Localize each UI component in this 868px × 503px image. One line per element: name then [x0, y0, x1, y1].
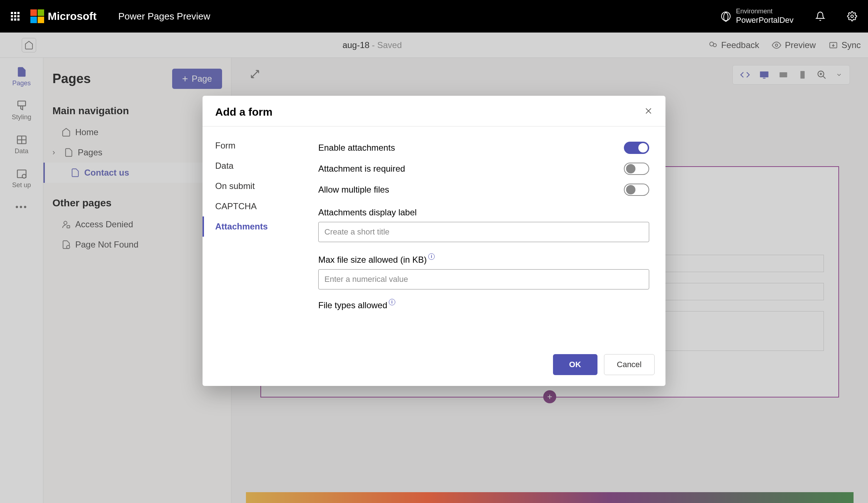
enable-attachments-label: Enable attachments: [318, 143, 395, 153]
app-launcher-icon[interactable]: [11, 12, 20, 21]
microsoft-logo[interactable]: Microsoft: [30, 9, 97, 23]
file-types-label: File types allowed: [318, 300, 387, 310]
top-header: Microsoft Power Pages Preview Environmen…: [0, 0, 868, 33]
enable-attachments-toggle[interactable]: [624, 142, 649, 154]
settings-icon[interactable]: [847, 11, 857, 21]
environment-name: PowerPortalDev: [736, 16, 793, 25]
allow-multiple-toggle[interactable]: [624, 184, 649, 196]
attachment-required-label: Attachment is required: [318, 164, 405, 174]
environment-picker[interactable]: Environment PowerPortalDev: [721, 8, 793, 25]
max-file-size-input[interactable]: [318, 269, 649, 289]
add-form-modal: Add a form Form Data On submit CAPTCHA A…: [203, 96, 665, 386]
modal-content: Enable attachments Attachment is require…: [311, 126, 665, 347]
display-label-input[interactable]: [318, 222, 649, 242]
product-name: Power Pages Preview: [118, 11, 210, 22]
microsoft-squares-icon: [30, 9, 44, 23]
attachment-required-toggle[interactable]: [624, 163, 649, 175]
info-icon[interactable]: i: [389, 299, 395, 305]
close-icon: [644, 107, 653, 115]
close-button[interactable]: [644, 106, 653, 118]
svg-point-0: [851, 15, 854, 18]
modal-nav-captcha[interactable]: CAPTCHA: [203, 196, 311, 216]
max-file-size-label: Max file size allowed (in KB): [318, 255, 427, 265]
modal-nav-on-submit[interactable]: On submit: [203, 176, 311, 196]
info-icon[interactable]: i: [428, 253, 435, 260]
display-label-label: Attachments display label: [318, 207, 649, 218]
microsoft-text: Microsoft: [48, 10, 97, 22]
cancel-button[interactable]: Cancel: [604, 354, 655, 375]
modal-nav: Form Data On submit CAPTCHA Attachments: [203, 126, 311, 347]
notifications-icon[interactable]: [815, 11, 825, 21]
modal-footer: OK Cancel: [203, 347, 665, 386]
environment-label: Environment: [736, 8, 793, 16]
modal-header: Add a form: [203, 96, 665, 126]
allow-multiple-label: Allow multiple files: [318, 185, 389, 195]
modal-nav-data[interactable]: Data: [203, 156, 311, 176]
modal-title: Add a form: [215, 106, 272, 118]
modal-nav-form[interactable]: Form: [203, 136, 311, 156]
globe-icon: [721, 12, 731, 21]
modal-nav-attachments[interactable]: Attachments: [203, 216, 311, 237]
ok-button[interactable]: OK: [553, 354, 597, 375]
